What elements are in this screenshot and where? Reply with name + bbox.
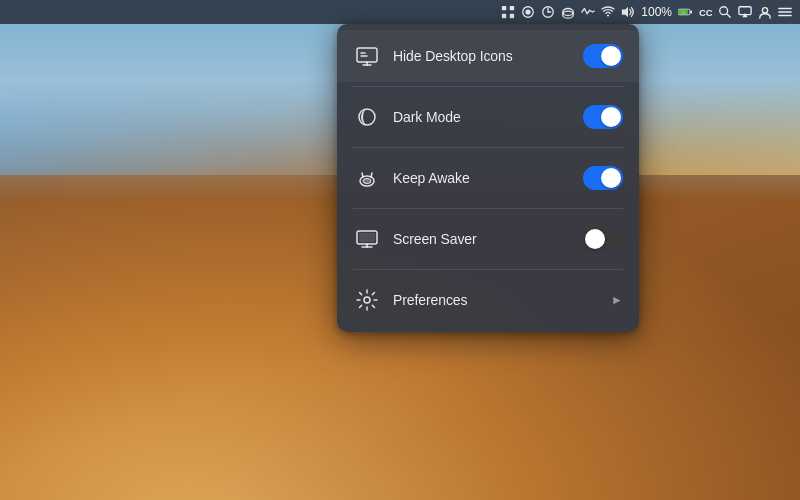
hide-desktop-icons-toggle[interactable] <box>583 44 623 68</box>
svg-rect-1 <box>510 6 514 10</box>
battery-percent: 100% <box>641 5 672 19</box>
svg-point-23 <box>762 8 767 13</box>
keep-awake-label: Keep Awake <box>393 170 583 186</box>
svg-line-36 <box>371 173 372 177</box>
toggle-knob <box>601 168 621 188</box>
svg-point-5 <box>526 9 531 14</box>
screen-saver-toggle[interactable] <box>583 227 623 251</box>
svg-rect-0 <box>502 6 506 10</box>
menu-item-hide-desktop-icons[interactable]: Hide Desktop Icons <box>337 30 639 82</box>
battery-icon[interactable]: ⚡ <box>678 5 692 19</box>
svg-text:CC: CC <box>699 7 712 18</box>
svg-point-34 <box>363 179 371 184</box>
divider-1 <box>353 86 623 87</box>
svg-rect-16 <box>690 11 692 14</box>
dark-mode-toggle[interactable] <box>583 105 623 129</box>
volume-icon[interactable] <box>621 5 635 19</box>
creative-cloud-icon[interactable]: CC <box>698 5 712 19</box>
desktop-hide-icon <box>353 42 381 70</box>
menu-item-dark-mode[interactable]: Dark Mode <box>337 91 639 143</box>
toggle-knob <box>585 229 605 249</box>
wifi-icon[interactable] <box>601 5 615 19</box>
app-switcher-icon[interactable] <box>501 5 515 19</box>
menu-item-screen-saver[interactable]: Screen Saver <box>337 213 639 265</box>
svg-line-35 <box>362 173 363 177</box>
svg-rect-2 <box>502 14 506 18</box>
divider-3 <box>353 208 623 209</box>
activity-icon[interactable] <box>581 5 595 19</box>
dark-mode-icon <box>353 103 381 131</box>
keep-awake-toggle[interactable] <box>583 166 623 190</box>
user-icon[interactable] <box>758 5 772 19</box>
keep-awake-icon <box>353 164 381 192</box>
menubar: 100% ⚡ CC <box>0 0 800 24</box>
svg-line-20 <box>727 14 731 18</box>
search-icon[interactable] <box>718 5 732 19</box>
toggle-knob <box>601 107 621 127</box>
menu-item-preferences[interactable]: Preferences ► <box>337 274 639 326</box>
screen-saver-icon <box>353 225 381 253</box>
dropdown-menu: Hide Desktop Icons Dark Mode <box>337 24 639 332</box>
menu-extras-icon[interactable] <box>778 5 792 19</box>
svg-rect-3 <box>510 14 514 18</box>
menu-item-keep-awake[interactable]: Keep Awake <box>337 152 639 204</box>
dark-mode-label: Dark Mode <box>393 109 583 125</box>
svg-rect-40 <box>359 233 375 242</box>
svg-rect-27 <box>357 48 377 62</box>
screen-record-icon[interactable] <box>521 5 535 19</box>
preferences-icon <box>353 286 381 314</box>
divider-2 <box>353 147 623 148</box>
svg-point-41 <box>364 297 370 303</box>
screen-saver-label: Screen Saver <box>393 231 583 247</box>
timer-icon[interactable] <box>541 5 555 19</box>
svg-marker-13 <box>622 7 628 18</box>
submenu-chevron-icon: ► <box>611 293 623 307</box>
hide-desktop-icons-label: Hide Desktop Icons <box>393 48 583 64</box>
disk-icon[interactable] <box>561 5 575 19</box>
toggle-knob <box>601 46 621 66</box>
menubar-icons: 100% ⚡ CC <box>501 5 792 19</box>
airplay-icon[interactable] <box>738 5 752 19</box>
divider-4 <box>353 269 623 270</box>
preferences-label: Preferences <box>393 292 607 308</box>
